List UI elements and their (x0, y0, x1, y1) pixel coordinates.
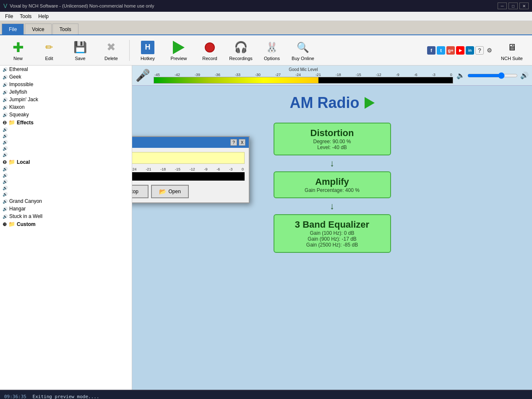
tab-file[interactable]: File (2, 24, 24, 34)
folder-icon: 📁 (8, 221, 15, 227)
list-item[interactable]: 🔊 Klaxon (0, 103, 132, 111)
list-item[interactable]: 🔊 Ethereal (0, 66, 132, 73)
list-item[interactable]: 🔊 (0, 145, 132, 152)
sidebar-group-label: Custom (17, 221, 36, 227)
sidebar-group-label: Local (17, 159, 30, 165)
log-area: 09:36:35 Exiting preview mode.... 09:36:… (0, 390, 532, 399)
list-item[interactable]: 🔊 (0, 191, 132, 197)
volume-slider[interactable] (467, 72, 518, 79)
sidebar-group-custom[interactable]: ⊕ 📁 Custom (0, 220, 132, 228)
list-item[interactable]: 🔊 Jumpin' Jack (0, 96, 132, 103)
main-area: 🔊 Ethereal 🔊 Geek 🔊 Impossible 🔊 Jellyfi… (0, 66, 532, 390)
volume-down-icon[interactable]: 🔈 (456, 71, 465, 79)
sidebar-group-local[interactable]: ⊖ 📁 Local (0, 158, 132, 166)
mic-meter-bar (154, 77, 453, 84)
googleplus-icon[interactable]: g+ (446, 46, 455, 55)
list-item[interactable]: 🔊 Hangar (0, 205, 132, 213)
sidebar-item-label: Ethereal (9, 66, 28, 72)
linkedin-icon[interactable]: in (466, 46, 474, 55)
delete-icon: ✖ (107, 41, 116, 54)
dialog-overlay: Record Voice Effect ? X Speak into the m… (132, 86, 532, 390)
minimize-button[interactable]: ─ (498, 3, 507, 9)
effect-icon: 🔊 (3, 127, 8, 132)
dialog-buttons: Record Listen Stop 📂 (132, 185, 245, 198)
list-item[interactable]: 🔊 (0, 172, 132, 178)
sidebar-item-label: Hangar (9, 206, 26, 212)
sidebar-item-label: Stuck in a Well (9, 213, 42, 219)
preview-button[interactable]: Preview (164, 37, 193, 64)
dialog-meter-labels: -45-42-39-36-33-30-27-24-21-18-15-12-9-6… (132, 167, 245, 171)
menu-help[interactable]: Help (35, 13, 52, 20)
close-button[interactable]: ✕ (519, 3, 529, 9)
dialog-stop-button[interactable]: Stop (132, 185, 149, 198)
tab-voice[interactable]: Voice (25, 24, 51, 34)
hotkey-button[interactable]: H Hotkey (133, 37, 162, 64)
new-icon: ✚ (13, 39, 24, 55)
list-item[interactable]: 🔊 (0, 185, 132, 191)
list-item[interactable]: 🔊 (0, 126, 132, 133)
options-label: Options (264, 56, 280, 61)
window-controls: ─ □ ✕ (498, 3, 529, 9)
effect-icon: 🔊 (3, 199, 8, 204)
nch-suite-button[interactable]: 🖥 NCH Suite (495, 37, 529, 64)
delete-button[interactable]: ✖ Delete (96, 37, 126, 64)
effect-icon: 🔊 (3, 134, 8, 138)
list-item[interactable]: 🔊 Squeaky (0, 111, 132, 118)
effect-icon: 🔊 (3, 140, 8, 144)
volume-up-icon[interactable]: 🔊 (520, 71, 529, 79)
edit-button[interactable]: ✏ Edit (34, 37, 64, 64)
list-item[interactable]: 🔊 Stuck in a Well (0, 213, 132, 220)
list-item[interactable]: 🔊 (0, 152, 132, 158)
new-button[interactable]: ✚ New (3, 37, 33, 64)
effect-icon: 🔊 (3, 186, 8, 190)
maximize-button[interactable]: □ (509, 3, 518, 9)
effect-icon: 🔊 (3, 90, 8, 94)
settings-icon[interactable]: ⚙ (485, 46, 493, 55)
effect-icon: 🔊 (3, 75, 8, 79)
facebook-icon[interactable]: f (427, 46, 436, 55)
edit-icon: ✏ (45, 42, 53, 53)
menu-tools[interactable]: Tools (16, 13, 35, 20)
list-item[interactable]: 🔊 (0, 139, 132, 145)
recordings-label: Recordings (229, 56, 253, 61)
sidebar-item-label: Impossible (9, 81, 33, 87)
effect-icon: 🔊 (3, 179, 8, 184)
list-item[interactable]: 🔊 Geek (0, 73, 132, 81)
save-button[interactable]: 💾 Save (65, 37, 95, 64)
save-label: Save (75, 56, 85, 61)
help-icon[interactable]: ? (475, 46, 484, 55)
dialog-close-button[interactable]: X (239, 139, 245, 146)
sidebar-item-label: Klaxon (9, 104, 25, 110)
mic-volume-controls: 🔈 🔊 (456, 71, 529, 79)
options-button[interactable]: 🐰 Options (257, 37, 287, 64)
microphone-icon: 🎤 (136, 68, 150, 82)
sidebar-group-effects[interactable]: ⊖ 📁 Effects (0, 118, 132, 126)
list-item[interactable]: 🔊 Grand Canyon (0, 197, 132, 205)
tab-tools[interactable]: Tools (52, 24, 78, 34)
list-item[interactable]: 🔊 (0, 166, 132, 172)
sidebar-item-label: Geek (9, 74, 21, 80)
effect-icon: 🔊 (3, 113, 8, 117)
list-item[interactable]: 🔊 Impossible (0, 81, 132, 88)
list-item[interactable]: 🔊 (0, 178, 132, 185)
recordings-button[interactable]: 🎧 Recordings (226, 37, 256, 64)
expand-icon: ⊕ (3, 221, 7, 227)
options-icon: 🐰 (266, 42, 278, 53)
effect-icon: 🔊 (3, 167, 8, 171)
log-line: 09:36:35 Exiting preview mode.... (4, 393, 528, 399)
youtube-icon[interactable]: ▶ (456, 46, 464, 55)
dialog-open-button[interactable]: 📂 Open (151, 185, 189, 198)
mic-level-bar: 🎤 Good Mic Level -45-42-39-36-33-30-27-2… (132, 66, 532, 86)
dialog-help-button[interactable]: ? (230, 139, 237, 146)
expand-icon: ⊖ (3, 159, 7, 165)
buyonline-icon: 🔍 (297, 42, 309, 53)
preview-icon (173, 41, 185, 54)
list-item[interactable]: 🔊 (0, 133, 132, 139)
buyonline-button[interactable]: 🔍 Buy Online (288, 37, 318, 64)
record-toolbar-button[interactable]: Record (195, 37, 224, 64)
list-item[interactable]: 🔊 Jellyfish (0, 88, 132, 96)
nch-suite-label: NCH Suite (501, 56, 523, 61)
folder-icon: 📁 (8, 159, 15, 165)
menu-file[interactable]: File (2, 13, 16, 20)
twitter-icon[interactable]: t (437, 46, 445, 55)
